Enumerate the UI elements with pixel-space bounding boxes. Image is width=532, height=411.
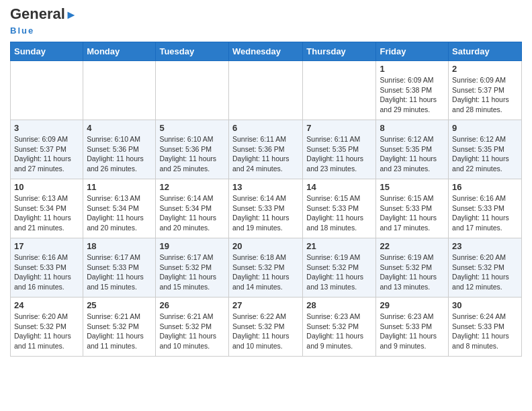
calendar-week-row: 10Sunrise: 6:13 AMSunset: 5:34 PMDayligh…	[11, 179, 522, 238]
day-number: 6	[232, 123, 299, 133]
calendar-cell: 15Sunrise: 6:15 AMSunset: 5:33 PMDayligh…	[376, 179, 449, 238]
weekday-header-friday: Friday	[376, 42, 449, 61]
calendar-cell: 2Sunrise: 6:09 AMSunset: 5:37 PMDaylight…	[449, 61, 522, 120]
calendar-table: SundayMondayTuesdayWednesdayThursdayFrid…	[10, 42, 522, 357]
calendar-cell	[156, 61, 229, 120]
calendar-cell: 28Sunrise: 6:23 AMSunset: 5:32 PMDayligh…	[303, 298, 376, 357]
day-number: 18	[87, 241, 152, 251]
calendar-cell: 26Sunrise: 6:21 AMSunset: 5:32 PMDayligh…	[156, 298, 229, 357]
day-number: 26	[159, 300, 225, 310]
weekday-header-thursday: Thursday	[303, 42, 376, 61]
calendar-cell	[303, 61, 376, 120]
day-number: 23	[452, 241, 518, 251]
calendar-cell	[11, 61, 83, 120]
day-info: Sunrise: 6:10 AMSunset: 5:36 PMDaylight:…	[159, 134, 225, 174]
calendar-cell: 6Sunrise: 6:11 AMSunset: 5:36 PMDaylight…	[228, 120, 302, 179]
calendar-cell: 23Sunrise: 6:20 AMSunset: 5:32 PMDayligh…	[449, 238, 522, 298]
day-number: 25	[87, 300, 152, 310]
day-number: 7	[306, 123, 372, 133]
calendar-week-row: 3Sunrise: 6:09 AMSunset: 5:37 PMDaylight…	[11, 120, 522, 179]
day-number: 13	[232, 182, 299, 192]
day-number: 16	[452, 182, 518, 192]
day-number: 5	[159, 123, 225, 133]
day-number: 15	[380, 182, 445, 192]
day-number: 9	[452, 123, 518, 133]
day-info: Sunrise: 6:20 AMSunset: 5:32 PMDaylight:…	[452, 253, 518, 292]
weekday-header-row: SundayMondayTuesdayWednesdayThursdayFrid…	[11, 42, 522, 61]
day-info: Sunrise: 6:20 AMSunset: 5:32 PMDaylight:…	[14, 312, 79, 351]
day-info: Sunrise: 6:09 AMSunset: 5:37 PMDaylight:…	[452, 75, 518, 115]
calendar-cell: 29Sunrise: 6:23 AMSunset: 5:33 PMDayligh…	[376, 298, 449, 357]
calendar-cell: 25Sunrise: 6:21 AMSunset: 5:32 PMDayligh…	[83, 298, 156, 357]
calendar-cell: 24Sunrise: 6:20 AMSunset: 5:32 PMDayligh…	[11, 298, 83, 357]
calendar-cell: 3Sunrise: 6:09 AMSunset: 5:37 PMDaylight…	[11, 120, 83, 179]
calendar-cell: 17Sunrise: 6:16 AMSunset: 5:33 PMDayligh…	[11, 238, 83, 298]
weekday-header-wednesday: Wednesday	[228, 42, 302, 61]
calendar-cell: 19Sunrise: 6:17 AMSunset: 5:32 PMDayligh…	[156, 238, 229, 298]
day-number: 30	[452, 300, 518, 310]
day-info: Sunrise: 6:11 AMSunset: 5:36 PMDaylight:…	[232, 134, 299, 174]
day-info: Sunrise: 6:18 AMSunset: 5:32 PMDaylight:…	[232, 253, 299, 292]
calendar-cell	[228, 61, 302, 120]
day-info: Sunrise: 6:12 AMSunset: 5:35 PMDaylight:…	[452, 134, 518, 174]
day-info: Sunrise: 6:09 AMSunset: 5:37 PMDaylight:…	[14, 134, 79, 174]
calendar-week-row: 1Sunrise: 6:09 AMSunset: 5:38 PMDaylight…	[11, 61, 522, 120]
day-number: 3	[14, 123, 79, 133]
calendar-cell: 16Sunrise: 6:16 AMSunset: 5:33 PMDayligh…	[449, 179, 522, 238]
day-info: Sunrise: 6:15 AMSunset: 5:33 PMDaylight:…	[380, 193, 445, 233]
calendar-cell: 13Sunrise: 6:14 AMSunset: 5:33 PMDayligh…	[228, 179, 302, 238]
day-info: Sunrise: 6:21 AMSunset: 5:32 PMDaylight:…	[87, 312, 152, 351]
calendar-cell	[83, 61, 156, 120]
calendar-cell: 21Sunrise: 6:19 AMSunset: 5:32 PMDayligh…	[303, 238, 376, 298]
day-info: Sunrise: 6:12 AMSunset: 5:35 PMDaylight:…	[380, 134, 445, 174]
day-number: 14	[306, 182, 372, 192]
day-number: 12	[159, 182, 225, 192]
day-info: Sunrise: 6:23 AMSunset: 5:33 PMDaylight:…	[380, 312, 445, 351]
calendar-cell: 20Sunrise: 6:18 AMSunset: 5:32 PMDayligh…	[228, 238, 302, 298]
calendar-cell: 7Sunrise: 6:11 AMSunset: 5:35 PMDaylight…	[303, 120, 376, 179]
day-info: Sunrise: 6:13 AMSunset: 5:34 PMDaylight:…	[87, 193, 152, 233]
day-info: Sunrise: 6:13 AMSunset: 5:34 PMDaylight:…	[14, 193, 79, 233]
day-number: 11	[87, 182, 152, 192]
day-info: Sunrise: 6:09 AMSunset: 5:38 PMDaylight:…	[380, 75, 445, 115]
weekday-header-monday: Monday	[83, 42, 156, 61]
day-number: 1	[380, 64, 445, 74]
day-number: 8	[380, 123, 445, 133]
day-number: 17	[14, 241, 79, 251]
day-number: 27	[232, 300, 299, 310]
day-info: Sunrise: 6:19 AMSunset: 5:32 PMDaylight:…	[306, 253, 372, 292]
day-number: 20	[232, 241, 299, 251]
day-number: 21	[306, 241, 372, 251]
weekday-header-tuesday: Tuesday	[156, 42, 229, 61]
day-info: Sunrise: 6:11 AMSunset: 5:35 PMDaylight:…	[306, 134, 372, 174]
calendar-week-row: 24Sunrise: 6:20 AMSunset: 5:32 PMDayligh…	[11, 298, 522, 357]
calendar-cell: 9Sunrise: 6:12 AMSunset: 5:35 PMDaylight…	[449, 120, 522, 179]
calendar-cell: 4Sunrise: 6:10 AMSunset: 5:36 PMDaylight…	[83, 120, 156, 179]
calendar-cell: 8Sunrise: 6:12 AMSunset: 5:35 PMDaylight…	[376, 120, 449, 179]
weekday-header-saturday: Saturday	[449, 42, 522, 61]
calendar-cell: 18Sunrise: 6:17 AMSunset: 5:33 PMDayligh…	[83, 238, 156, 298]
day-info: Sunrise: 6:24 AMSunset: 5:33 PMDaylight:…	[452, 312, 518, 351]
day-info: Sunrise: 6:22 AMSunset: 5:32 PMDaylight:…	[232, 312, 299, 351]
logo: General►Blue	[10, 7, 77, 36]
calendar-cell: 11Sunrise: 6:13 AMSunset: 5:34 PMDayligh…	[83, 179, 156, 238]
day-number: 29	[380, 300, 445, 310]
calendar-cell: 12Sunrise: 6:14 AMSunset: 5:34 PMDayligh…	[156, 179, 229, 238]
calendar-cell: 22Sunrise: 6:19 AMSunset: 5:32 PMDayligh…	[376, 238, 449, 298]
page: General►Blue SundayMondayTuesdayWednesda…	[0, 0, 532, 367]
day-info: Sunrise: 6:14 AMSunset: 5:33 PMDaylight:…	[232, 193, 299, 233]
day-number: 4	[87, 123, 152, 133]
calendar-cell: 1Sunrise: 6:09 AMSunset: 5:38 PMDaylight…	[376, 61, 449, 120]
calendar-cell: 5Sunrise: 6:10 AMSunset: 5:36 PMDaylight…	[156, 120, 229, 179]
calendar-cell: 10Sunrise: 6:13 AMSunset: 5:34 PMDayligh…	[11, 179, 83, 238]
day-number: 19	[159, 241, 225, 251]
day-info: Sunrise: 6:14 AMSunset: 5:34 PMDaylight:…	[159, 193, 225, 233]
day-info: Sunrise: 6:17 AMSunset: 5:33 PMDaylight:…	[87, 253, 152, 292]
day-info: Sunrise: 6:17 AMSunset: 5:32 PMDaylight:…	[159, 253, 225, 292]
calendar-cell: 30Sunrise: 6:24 AMSunset: 5:33 PMDayligh…	[449, 298, 522, 357]
calendar-week-row: 17Sunrise: 6:16 AMSunset: 5:33 PMDayligh…	[11, 238, 522, 298]
header: General►Blue	[10, 7, 522, 36]
day-info: Sunrise: 6:19 AMSunset: 5:32 PMDaylight:…	[380, 253, 445, 292]
day-number: 10	[14, 182, 79, 192]
day-number: 24	[14, 300, 79, 310]
